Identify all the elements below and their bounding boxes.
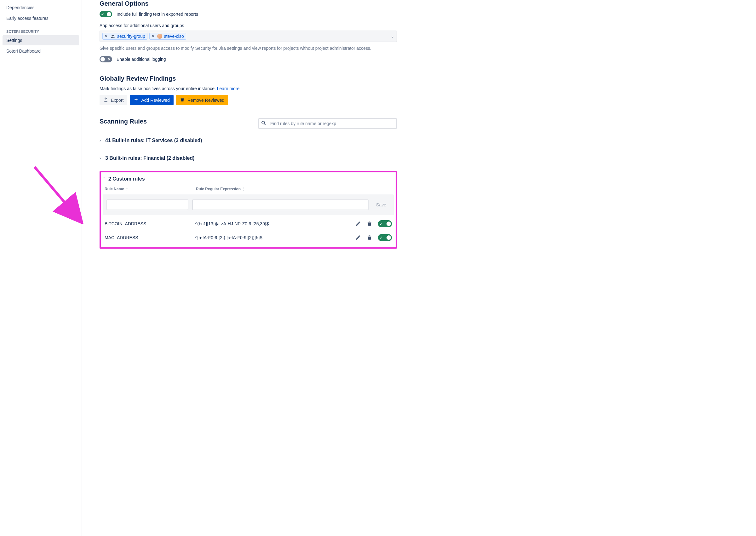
include-finding-text-label: Include full finding text in exported re… xyxy=(116,12,198,17)
sort-icon xyxy=(125,187,129,191)
add-reviewed-button[interactable]: Add Reviewed xyxy=(130,95,173,105)
toggle-include-finding-text[interactable]: ✓ xyxy=(100,11,112,17)
chip-remove-icon[interactable]: ✕ xyxy=(104,34,109,38)
rule-name-cell: BITCOIN_ADDRESS xyxy=(105,221,192,226)
review-findings-title: Globally Review Findings xyxy=(100,75,397,82)
chevron-down-icon[interactable]: ⌄ xyxy=(391,34,394,38)
rules-search-input[interactable] xyxy=(258,118,397,129)
toggle-enable-logging[interactable]: ✕ xyxy=(100,56,112,62)
main-content: General Options ✓ Include full finding t… xyxy=(82,0,410,536)
sort-icon xyxy=(242,187,245,191)
avatar-icon xyxy=(157,34,162,39)
rule-group-label: 41 Built-in rules: IT Services (3 disabl… xyxy=(105,138,202,143)
chevron-right-icon: › xyxy=(100,156,103,160)
remove-reviewed-button-label: Remove Reviewed xyxy=(187,98,225,103)
custom-rules-table: Rule Name Rule Regular Expression Save B… xyxy=(103,187,394,243)
app-access-label: App access for additional users and grou… xyxy=(100,23,397,28)
app-access-helper: Give specific users and groups access to… xyxy=(100,45,397,52)
trash-icon xyxy=(180,97,185,103)
table-row: BITCOIN_ADDRESS ^(bc1|[13])[a-zA-HJ-NP-Z… xyxy=(103,215,394,229)
add-rule-row: Save xyxy=(103,194,394,215)
sidebar-item-soteri-dashboard[interactable]: Soteri Dashboard xyxy=(3,46,79,56)
rule-name-cell: MAC_ADDRESS xyxy=(105,235,192,240)
edit-rule-button[interactable] xyxy=(355,221,361,226)
export-button[interactable]: Export xyxy=(100,95,127,105)
chevron-down-icon: › xyxy=(102,177,107,181)
plus-icon xyxy=(134,97,139,103)
scanning-rules-title: Scanning Rules xyxy=(100,118,147,125)
rule-group-it-services[interactable]: › 41 Built-in rules: IT Services (3 disa… xyxy=(100,138,397,143)
save-rule-button[interactable]: Save xyxy=(372,200,390,210)
table-row: MAC_ADDRESS ^[a-fA-F0-9]{2}(:[a-fA-F0-9]… xyxy=(103,229,394,243)
group-icon xyxy=(110,34,115,39)
toggle-knob xyxy=(107,12,111,17)
rule-regex-cell: ^[a-fA-F0-9]{2}(:[a-fA-F0-9]{2}){5}$ xyxy=(195,235,352,240)
column-header-label: Rule Name xyxy=(105,187,124,191)
chip-steve-ciso: ✕ steve-ciso xyxy=(149,33,186,40)
rule-group-financial[interactable]: › 3 Built-in rules: Financial (2 disable… xyxy=(100,155,397,161)
custom-rules-highlight: › 2 Custom rules Rule Name Rule Regular … xyxy=(100,171,397,249)
chip-remove-icon[interactable]: ✕ xyxy=(151,34,155,38)
remove-reviewed-button[interactable]: Remove Reviewed xyxy=(176,95,228,105)
toggle-rule-enabled[interactable]: ✓ xyxy=(378,220,392,227)
rule-regex-cell: ^(bc1|[13])[a-zA-HJ-NP-Z0-9]{25,39}$ xyxy=(195,221,352,226)
rule-group-label: 2 Custom rules xyxy=(109,176,145,182)
column-header-rule-regex[interactable]: Rule Regular Expression xyxy=(196,187,392,191)
add-reviewed-button-label: Add Reviewed xyxy=(141,98,170,103)
learn-more-link[interactable]: Learn more. xyxy=(217,86,241,91)
svg-point-2 xyxy=(262,121,265,124)
toggle-knob xyxy=(387,221,391,226)
chevron-right-icon: › xyxy=(100,138,103,143)
column-header-label: Rule Regular Expression xyxy=(196,187,241,191)
delete-rule-button[interactable] xyxy=(367,221,372,226)
review-findings-text: Mark findings as false positives across … xyxy=(100,86,217,91)
svg-point-1 xyxy=(113,35,114,36)
new-rule-regex-input[interactable] xyxy=(192,199,368,210)
export-icon xyxy=(103,97,109,103)
chip-label: security-group xyxy=(117,34,145,39)
rules-search xyxy=(258,118,397,129)
new-rule-name-input[interactable] xyxy=(107,199,188,210)
rule-group-label: 3 Built-in rules: Financial (2 disabled) xyxy=(105,155,195,161)
search-icon xyxy=(261,120,267,127)
edit-rule-button[interactable] xyxy=(355,235,361,240)
delete-rule-button[interactable] xyxy=(367,235,372,240)
toggle-knob xyxy=(387,235,391,240)
svg-point-0 xyxy=(112,35,113,36)
rule-group-custom[interactable]: › 2 Custom rules xyxy=(103,176,394,182)
check-icon: ✓ xyxy=(380,222,382,226)
app-access-multiselect[interactable]: ✕ security-group ✕ steve-ciso ⌄ xyxy=(100,31,397,42)
sidebar: Dependencies Early access features SOTER… xyxy=(0,0,82,536)
toggle-rule-enabled[interactable]: ✓ xyxy=(378,234,392,241)
close-icon: ✕ xyxy=(108,57,110,61)
review-findings-subtext: Mark findings as false positives across … xyxy=(100,86,397,91)
export-button-label: Export xyxy=(111,98,123,103)
column-header-rule-name[interactable]: Rule Name xyxy=(105,187,196,191)
check-icon: ✓ xyxy=(380,236,382,240)
sidebar-item-early-access[interactable]: Early access features xyxy=(3,13,79,23)
sidebar-item-settings[interactable]: Settings xyxy=(3,35,79,45)
chip-security-group: ✕ security-group xyxy=(102,33,147,40)
enable-logging-label: Enable additional logging xyxy=(116,57,166,62)
check-icon: ✓ xyxy=(101,12,104,17)
sidebar-section-header: SOTERI SECURITY xyxy=(3,24,79,35)
chip-label: steve-ciso xyxy=(164,34,184,39)
toggle-knob xyxy=(101,57,105,61)
general-options-title: General Options xyxy=(100,0,397,7)
sidebar-item-dependencies[interactable]: Dependencies xyxy=(3,3,79,13)
